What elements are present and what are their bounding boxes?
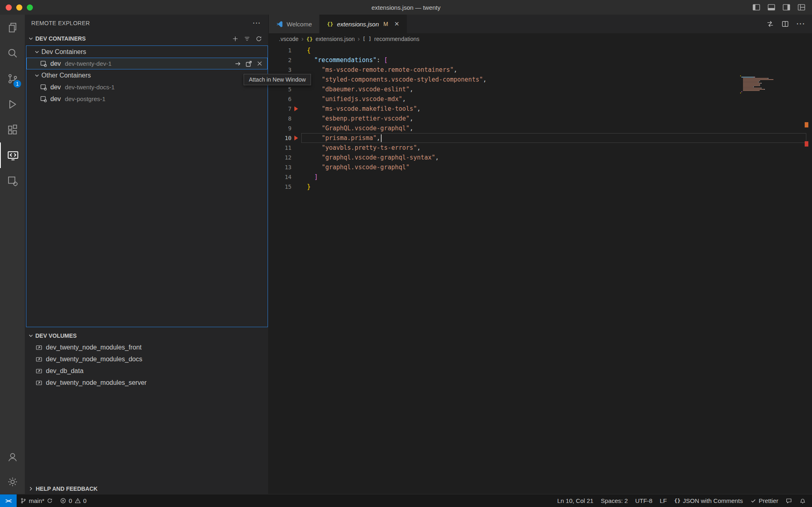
section-help-and-feedback[interactable]: HELP AND FEEDBACK bbox=[25, 483, 268, 494]
attach-container-icon[interactable] bbox=[235, 60, 241, 67]
volume-item[interactable]: dev_twenty_node_modules_server bbox=[25, 377, 268, 388]
line-number[interactable]: 2 bbox=[269, 55, 292, 65]
tree-group-dev-containers[interactable]: Dev Containers bbox=[26, 46, 268, 58]
code-line[interactable]: 4 "styled-components.vscode-styled-compo… bbox=[269, 75, 812, 84]
accounts-icon[interactable] bbox=[0, 444, 25, 469]
breadcrumb-folder[interactable]: .vscode bbox=[279, 36, 298, 42]
toggle-primary-sidebar-icon[interactable] bbox=[752, 3, 760, 11]
notifications-status[interactable] bbox=[796, 494, 810, 507]
explorer-icon[interactable] bbox=[0, 15, 25, 40]
line-number[interactable]: 13 bbox=[269, 162, 292, 172]
line-number[interactable]: 1 bbox=[269, 45, 292, 55]
problems-status[interactable]: 0 0 bbox=[56, 494, 90, 507]
code-line[interactable]: 14 ] bbox=[269, 172, 812, 182]
remote-indicator[interactable]: >< bbox=[0, 494, 17, 507]
code-editor[interactable]: 1{2 "recommendations": [3 "ms-vscode-rem… bbox=[269, 45, 812, 192]
language-mode-status[interactable]: {}JSON with Comments bbox=[670, 494, 746, 507]
breadcrumb-symbol[interactable]: recommendations bbox=[374, 36, 419, 42]
code-line[interactable]: 13 "graphql.vscode-graphql" bbox=[269, 162, 812, 172]
encoding-status[interactable]: UTF-8 bbox=[631, 494, 656, 507]
code-text[interactable]: "styled-components.vscode-styled-compone… bbox=[301, 75, 487, 84]
line-number[interactable]: 9 bbox=[269, 123, 292, 133]
tab-welcome[interactable]: Welcome bbox=[269, 15, 320, 33]
split-editor-icon[interactable] bbox=[782, 20, 789, 28]
code-text[interactable]: "dbaeumer.vscode-eslint", bbox=[301, 84, 413, 94]
line-number[interactable]: 6 bbox=[269, 94, 292, 104]
code-line[interactable]: 2 "recommendations": [ bbox=[269, 55, 812, 65]
code-text[interactable]: "graphql.vscode-graphql-syntax", bbox=[301, 153, 439, 162]
container-item-dev-postgres-1[interactable]: dev dev-postgres-1 bbox=[26, 93, 268, 105]
chevron-down-icon[interactable] bbox=[28, 36, 33, 41]
volume-item[interactable]: dev_db_data bbox=[25, 365, 268, 377]
sidebar-more-actions-icon[interactable]: ··· bbox=[253, 20, 261, 26]
git-branch-status[interactable]: main* bbox=[17, 494, 56, 507]
code-line[interactable]: 10 "prisma.prisma", bbox=[269, 133, 812, 143]
feedback-status[interactable] bbox=[782, 494, 796, 507]
tree-group-other-containers[interactable]: Other Containers bbox=[26, 69, 268, 81]
cursor-position-status[interactable]: Ln 10, Col 21 bbox=[553, 494, 597, 507]
volume-item[interactable]: dev_twenty_node_modules_front bbox=[25, 341, 268, 353]
run-debug-icon[interactable] bbox=[0, 91, 25, 117]
source-control-icon[interactable]: 1 bbox=[0, 66, 25, 91]
section-dev-volumes-header[interactable]: DEV VOLUMES bbox=[35, 332, 77, 339]
eol-status[interactable]: LF bbox=[656, 494, 671, 507]
line-number[interactable]: 5 bbox=[269, 84, 292, 94]
container-item-dev-twenty-dev-1[interactable]: dev dev-twenty-dev-1 bbox=[26, 58, 268, 69]
customize-layout-icon[interactable] bbox=[797, 3, 806, 11]
code-text[interactable]: ] bbox=[301, 172, 318, 182]
code-line[interactable]: 6 "unifiedjs.vscode-mdx", bbox=[269, 94, 812, 104]
toggle-secondary-sidebar-icon[interactable] bbox=[782, 3, 790, 11]
code-text[interactable]: "recommendations": [ bbox=[301, 55, 388, 65]
settings-gear-icon[interactable] bbox=[0, 469, 25, 494]
line-number[interactable]: 14 bbox=[269, 172, 292, 182]
code-text[interactable]: { bbox=[301, 45, 311, 55]
line-number[interactable]: 15 bbox=[269, 182, 292, 192]
code-line[interactable]: 11 "yoavbls.pretty-ts-errors", bbox=[269, 143, 812, 153]
code-text[interactable]: "graphql.vscode-graphql" bbox=[301, 162, 410, 172]
dev-containers-icon[interactable] bbox=[0, 168, 25, 194]
code-line[interactable]: 15} bbox=[269, 182, 812, 192]
section-dev-containers-header[interactable]: DEV CONTAINERS bbox=[35, 35, 86, 42]
code-text[interactable]: "GraphQL.vscode-graphql", bbox=[301, 123, 413, 133]
search-icon[interactable] bbox=[0, 40, 25, 66]
close-window-button[interactable] bbox=[6, 4, 12, 11]
breadcrumb-file[interactable]: extensions.json bbox=[315, 36, 355, 42]
code-text[interactable]: "yoavbls.pretty-ts-errors", bbox=[301, 143, 421, 153]
indentation-status[interactable]: Spaces: 2 bbox=[597, 494, 632, 507]
code-line[interactable]: 5 "dbaeumer.vscode-eslint", bbox=[269, 84, 812, 94]
maximize-window-button[interactable] bbox=[27, 4, 33, 11]
code-text[interactable]: "ms-vscode.makefile-tools", bbox=[301, 104, 421, 114]
toggle-panel-icon[interactable] bbox=[767, 3, 775, 11]
close-tab-icon[interactable]: ✕ bbox=[394, 20, 400, 28]
code-text[interactable]: } bbox=[301, 182, 311, 192]
volume-item[interactable]: dev_twenty_node_modules_docs bbox=[25, 353, 268, 365]
tab-extensions-json[interactable]: {} extensions.json M ✕ bbox=[320, 15, 406, 33]
line-number[interactable]: 11 bbox=[269, 143, 292, 153]
code-line[interactable]: 3 "ms-vscode-remote.remote-containers", bbox=[269, 65, 812, 75]
line-number[interactable]: 12 bbox=[269, 153, 292, 162]
close-icon[interactable] bbox=[257, 60, 263, 67]
code-line[interactable]: 8 "esbenp.prettier-vscode", bbox=[269, 114, 812, 123]
code-line[interactable]: 9 "GraphQL.vscode-graphql", bbox=[269, 123, 812, 133]
code-text[interactable]: "ms-vscode-remote.remote-containers", bbox=[301, 65, 457, 75]
more-actions-icon[interactable]: ··· bbox=[797, 20, 806, 28]
open-changes-icon[interactable] bbox=[767, 20, 774, 28]
line-number[interactable]: 7 bbox=[269, 104, 292, 114]
code-text[interactable]: "esbenp.prettier-vscode", bbox=[301, 114, 413, 123]
container-item-dev-twenty-docs-1[interactable]: dev dev-twenty-docs-1 bbox=[26, 81, 268, 93]
code-line[interactable]: 1{ bbox=[269, 45, 812, 55]
add-container-icon[interactable] bbox=[232, 36, 238, 42]
code-line[interactable]: 7 "ms-vscode.makefile-tools", bbox=[269, 104, 812, 114]
code-text[interactable]: "prisma.prisma", bbox=[301, 133, 382, 143]
line-number[interactable]: 10 bbox=[269, 133, 292, 143]
extensions-icon[interactable] bbox=[0, 117, 25, 142]
attach-in-new-window-icon[interactable] bbox=[246, 60, 252, 67]
line-number[interactable]: 8 bbox=[269, 114, 292, 123]
formatter-status[interactable]: Prettier bbox=[747, 494, 782, 507]
code-text[interactable]: "unifiedjs.vscode-mdx", bbox=[301, 94, 406, 104]
code-line[interactable]: 12 "graphql.vscode-graphql-syntax", bbox=[269, 153, 812, 162]
minimap[interactable] bbox=[740, 76, 773, 94]
filter-list-icon[interactable] bbox=[244, 36, 250, 42]
chevron-down-icon[interactable] bbox=[28, 333, 33, 338]
remote-explorer-icon[interactable] bbox=[0, 142, 25, 168]
